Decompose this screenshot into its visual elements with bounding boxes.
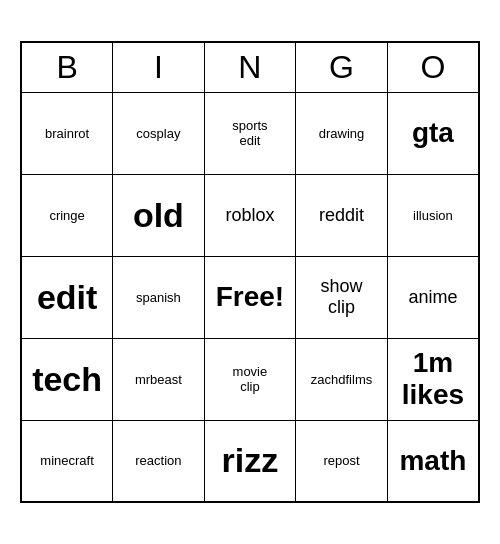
bingo-header-row: BINGO xyxy=(21,42,479,92)
bingo-header-cell: N xyxy=(204,42,296,92)
bingo-cell: 1mlikes xyxy=(387,338,479,420)
bingo-cell: reaction xyxy=(113,420,204,502)
bingo-cell: illusion xyxy=(387,174,479,256)
bingo-row: brainrotcosplaysportseditdrawinggta xyxy=(21,92,479,174)
bingo-row: editspanishFree!showclipanime xyxy=(21,256,479,338)
bingo-cell: cringe xyxy=(21,174,113,256)
bingo-cell: tech xyxy=(21,338,113,420)
bingo-card: BINGO brainrotcosplaysportseditdrawinggt… xyxy=(20,41,480,503)
bingo-cell: brainrot xyxy=(21,92,113,174)
bingo-row: minecraftreactionrizzrepostmath xyxy=(21,420,479,502)
bingo-cell: edit xyxy=(21,256,113,338)
bingo-header-cell: O xyxy=(387,42,479,92)
bingo-cell: gta xyxy=(387,92,479,174)
bingo-cell: rizz xyxy=(204,420,296,502)
bingo-cell: minecraft xyxy=(21,420,113,502)
bingo-cell: showclip xyxy=(296,256,388,338)
bingo-cell: anime xyxy=(387,256,479,338)
bingo-cell: sportsedit xyxy=(204,92,296,174)
bingo-header-cell: B xyxy=(21,42,113,92)
bingo-row: cringeoldrobloxredditillusion xyxy=(21,174,479,256)
bingo-cell: reddit xyxy=(296,174,388,256)
bingo-cell: movieclip xyxy=(204,338,296,420)
bingo-cell: repost xyxy=(296,420,388,502)
bingo-row: techmrbeastmovieclipzachdfilms1mlikes xyxy=(21,338,479,420)
bingo-cell: drawing xyxy=(296,92,388,174)
bingo-cell: old xyxy=(113,174,204,256)
bingo-cell: spanish xyxy=(113,256,204,338)
bingo-cell: mrbeast xyxy=(113,338,204,420)
bingo-header-cell: G xyxy=(296,42,388,92)
bingo-cell: roblox xyxy=(204,174,296,256)
bingo-header-cell: I xyxy=(113,42,204,92)
bingo-cell: zachdfilms xyxy=(296,338,388,420)
bingo-cell: math xyxy=(387,420,479,502)
bingo-cell: Free! xyxy=(204,256,296,338)
bingo-cell: cosplay xyxy=(113,92,204,174)
